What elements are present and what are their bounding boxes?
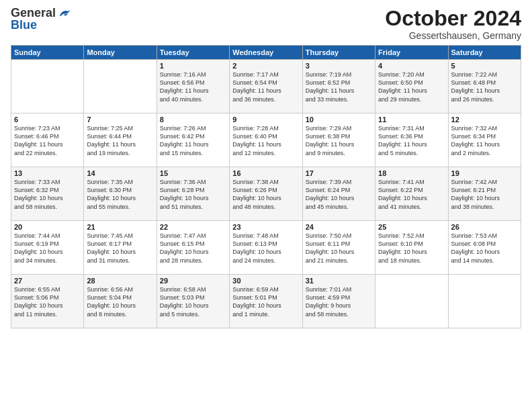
day-info: Sunrise: 7:39 AM Sunset: 6:24 PM Dayligh… [306, 178, 372, 211]
day-info: Sunrise: 7:53 AM Sunset: 6:08 PM Dayligh… [451, 232, 518, 265]
cell-w3-d4: 24Sunrise: 7:50 AM Sunset: 6:11 PM Dayli… [302, 221, 375, 275]
cell-w1-d1: 7Sunrise: 7:25 AM Sunset: 6:44 PM Daylig… [84, 113, 157, 167]
cell-w2-d4: 17Sunrise: 7:39 AM Sunset: 6:24 PM Dayli… [302, 167, 375, 221]
th-friday: Friday [375, 46, 448, 60]
day-number: 14 [87, 169, 153, 177]
cell-w2-d5: 18Sunrise: 7:41 AM Sunset: 6:22 PM Dayli… [375, 167, 448, 221]
day-info: Sunrise: 6:56 AM Sunset: 5:04 PM Dayligh… [87, 285, 153, 318]
week-row-0: 1Sunrise: 7:16 AM Sunset: 6:56 PM Daylig… [11, 60, 521, 113]
th-saturday: Saturday [448, 46, 521, 60]
day-info: Sunrise: 7:47 AM Sunset: 6:15 PM Dayligh… [160, 232, 226, 265]
day-info: Sunrise: 7:22 AM Sunset: 6:48 PM Dayligh… [451, 71, 518, 103]
day-info: Sunrise: 7:38 AM Sunset: 6:26 PM Dayligh… [232, 178, 299, 211]
cell-w2-d6: 19Sunrise: 7:42 AM Sunset: 6:21 PM Dayli… [448, 167, 521, 221]
cell-w1-d4: 10Sunrise: 7:29 AM Sunset: 6:38 PM Dayli… [302, 113, 375, 167]
day-info: Sunrise: 7:35 AM Sunset: 6:30 PM Dayligh… [87, 178, 153, 211]
day-info: Sunrise: 6:59 AM Sunset: 5:01 PM Dayligh… [232, 285, 299, 318]
cell-w4-d4: 31Sunrise: 7:01 AM Sunset: 4:59 PM Dayli… [302, 275, 375, 328]
day-number: 4 [378, 62, 445, 70]
cell-w1-d0: 6Sunrise: 7:23 AM Sunset: 6:46 PM Daylig… [11, 113, 84, 167]
day-number: 5 [451, 62, 518, 70]
cell-w2-d3: 16Sunrise: 7:38 AM Sunset: 6:26 PM Dayli… [230, 167, 302, 221]
title-area: October 2024 Gessertshausen, Germany [385, 7, 521, 41]
cell-w0-d1 [84, 60, 157, 113]
month-title: October 2024 [385, 7, 521, 30]
day-number: 2 [232, 62, 299, 70]
day-info: Sunrise: 7:33 AM Sunset: 6:32 PM Dayligh… [14, 178, 81, 211]
th-thursday: Thursday [302, 46, 375, 60]
day-info: Sunrise: 7:29 AM Sunset: 6:38 PM Dayligh… [306, 124, 372, 157]
day-number: 31 [306, 277, 372, 285]
day-info: Sunrise: 7:44 AM Sunset: 6:19 PM Dayligh… [14, 232, 81, 265]
cell-w4-d2: 29Sunrise: 6:58 AM Sunset: 5:03 PM Dayli… [157, 275, 229, 328]
day-info: Sunrise: 6:55 AM Sunset: 5:06 PM Dayligh… [14, 285, 81, 318]
day-number: 21 [87, 223, 153, 231]
logo: General Blue [11, 7, 72, 32]
day-number: 17 [306, 169, 372, 177]
day-info: Sunrise: 7:32 AM Sunset: 6:34 PM Dayligh… [451, 124, 518, 157]
day-info: Sunrise: 7:01 AM Sunset: 4:59 PM Dayligh… [306, 285, 372, 318]
day-number: 11 [378, 116, 445, 124]
day-number: 3 [306, 62, 372, 70]
cell-w0-d5: 4Sunrise: 7:20 AM Sunset: 6:50 PM Daylig… [375, 60, 448, 113]
page: General Blue October 2024 Gessertshausen… [0, 0, 532, 411]
cell-w4-d6 [448, 275, 521, 328]
day-number: 9 [232, 116, 299, 124]
day-info: Sunrise: 7:26 AM Sunset: 6:42 PM Dayligh… [160, 124, 226, 157]
week-row-1: 6Sunrise: 7:23 AM Sunset: 6:46 PM Daylig… [11, 113, 521, 167]
th-monday: Monday [84, 46, 157, 60]
day-number: 24 [306, 223, 372, 231]
day-number: 18 [378, 169, 445, 177]
th-tuesday: Tuesday [157, 46, 229, 60]
day-number: 8 [160, 116, 226, 124]
day-number: 10 [306, 116, 372, 124]
cell-w4-d5 [375, 275, 448, 328]
cell-w0-d6: 5Sunrise: 7:22 AM Sunset: 6:48 PM Daylig… [448, 60, 521, 113]
cell-w3-d5: 25Sunrise: 7:52 AM Sunset: 6:10 PM Dayli… [375, 221, 448, 275]
cell-w2-d2: 15Sunrise: 7:36 AM Sunset: 6:28 PM Dayli… [157, 167, 229, 221]
cell-w2-d0: 13Sunrise: 7:33 AM Sunset: 6:32 PM Dayli… [11, 167, 84, 221]
day-number: 6 [14, 116, 81, 124]
day-info: Sunrise: 6:58 AM Sunset: 5:03 PM Dayligh… [160, 285, 226, 318]
day-number: 1 [160, 62, 226, 70]
day-number: 16 [232, 169, 299, 177]
cell-w3-d3: 23Sunrise: 7:48 AM Sunset: 6:13 PM Dayli… [230, 221, 302, 275]
cell-w1-d2: 8Sunrise: 7:26 AM Sunset: 6:42 PM Daylig… [157, 113, 229, 167]
week-row-2: 13Sunrise: 7:33 AM Sunset: 6:32 PM Dayli… [11, 167, 521, 221]
cell-w4-d1: 28Sunrise: 6:56 AM Sunset: 5:04 PM Dayli… [84, 275, 157, 328]
cell-w2-d1: 14Sunrise: 7:35 AM Sunset: 6:30 PM Dayli… [84, 167, 157, 221]
day-info: Sunrise: 7:36 AM Sunset: 6:28 PM Dayligh… [160, 178, 226, 211]
location-title: Gessertshausen, Germany [385, 30, 521, 41]
cell-w4-d3: 30Sunrise: 6:59 AM Sunset: 5:01 PM Dayli… [230, 275, 302, 328]
cell-w4-d0: 27Sunrise: 6:55 AM Sunset: 5:06 PM Dayli… [11, 275, 84, 328]
day-info: Sunrise: 7:28 AM Sunset: 6:40 PM Dayligh… [232, 124, 299, 157]
day-number: 27 [14, 277, 81, 285]
header-row: Sunday Monday Tuesday Wednesday Thursday… [11, 46, 521, 60]
day-number: 20 [14, 223, 81, 231]
cell-w0-d4: 3Sunrise: 7:19 AM Sunset: 6:52 PM Daylig… [302, 60, 375, 113]
day-number: 28 [87, 277, 153, 285]
week-row-4: 27Sunrise: 6:55 AM Sunset: 5:06 PM Dayli… [11, 275, 521, 328]
day-number: 25 [378, 223, 445, 231]
day-info: Sunrise: 7:42 AM Sunset: 6:21 PM Dayligh… [451, 178, 518, 211]
day-info: Sunrise: 7:20 AM Sunset: 6:50 PM Dayligh… [378, 71, 445, 103]
day-info: Sunrise: 7:31 AM Sunset: 6:36 PM Dayligh… [378, 124, 445, 157]
day-info: Sunrise: 7:25 AM Sunset: 6:44 PM Dayligh… [87, 124, 153, 157]
day-number: 26 [451, 223, 518, 231]
day-number: 12 [451, 116, 518, 124]
day-info: Sunrise: 7:50 AM Sunset: 6:11 PM Dayligh… [306, 232, 372, 265]
logo-bird-icon [57, 9, 72, 18]
day-info: Sunrise: 7:23 AM Sunset: 6:46 PM Dayligh… [14, 124, 81, 157]
header: General Blue October 2024 Gessertshausen… [11, 7, 521, 41]
cell-w1-d5: 11Sunrise: 7:31 AM Sunset: 6:36 PM Dayli… [375, 113, 448, 167]
day-info: Sunrise: 7:48 AM Sunset: 6:13 PM Dayligh… [232, 232, 299, 265]
day-info: Sunrise: 7:16 AM Sunset: 6:56 PM Dayligh… [160, 71, 226, 103]
day-number: 19 [451, 169, 518, 177]
th-wednesday: Wednesday [230, 46, 302, 60]
day-number: 7 [87, 116, 153, 124]
day-number: 15 [160, 169, 226, 177]
cell-w3-d2: 22Sunrise: 7:47 AM Sunset: 6:15 PM Dayli… [157, 221, 229, 275]
day-number: 29 [160, 277, 226, 285]
cell-w0-d0 [11, 60, 84, 113]
cell-w0-d2: 1Sunrise: 7:16 AM Sunset: 6:56 PM Daylig… [157, 60, 229, 113]
